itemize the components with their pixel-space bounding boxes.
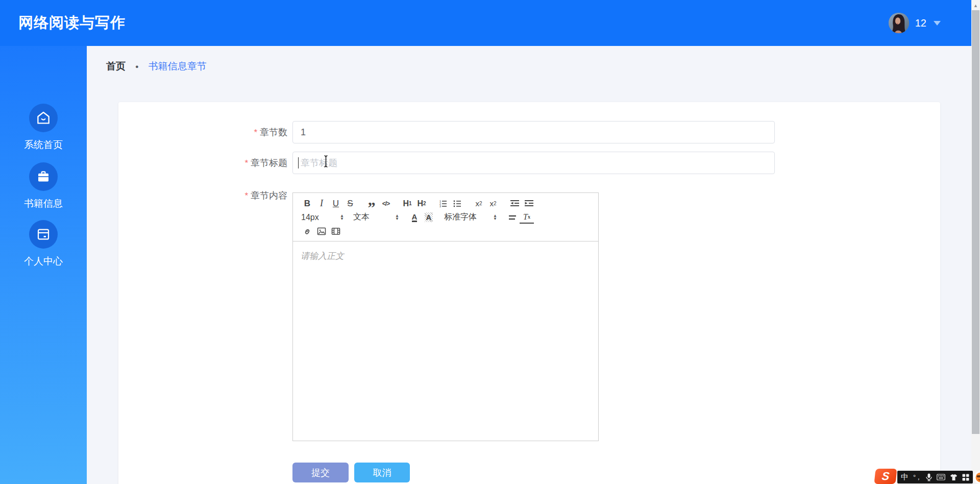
line-height-icon[interactable] [505, 211, 520, 224]
svg-text:3: 3 [439, 205, 441, 208]
username-badge: 12 [915, 17, 926, 29]
ime-punctuation[interactable]: °， [913, 473, 921, 482]
picker-arrows-icon: ▲▼ [493, 214, 497, 221]
main-content: 首页 ● 书籍信息章节 *章节数 *章节标题 *章节内容 [87, 46, 971, 484]
blockquote-button[interactable]: ” [364, 197, 379, 210]
avatar-photo [889, 13, 909, 33]
breadcrumb-separator: ● [135, 63, 139, 69]
indent-icon[interactable] [522, 197, 536, 210]
sidebar-item-label: 系统首页 [24, 138, 63, 152]
picker-arrows-icon: ▲▼ [340, 214, 344, 221]
background-color-button[interactable]: A [425, 212, 433, 222]
app-header: 网络阅读与写作 12 [0, 0, 971, 46]
ordered-list-icon[interactable]: 1 2 3 [436, 197, 450, 210]
editor-toolbar: B I U S ” </> H1 H2 [293, 193, 598, 241]
user-avatar[interactable] [889, 13, 909, 33]
heading2-button[interactable]: H2 [414, 197, 429, 210]
font-family-picker[interactable]: 标准字体 ▲▼ [443, 211, 498, 224]
chapter-number-input[interactable] [292, 121, 775, 143]
picker-arrows-icon: ▲▼ [395, 214, 399, 221]
clear-format-button[interactable]: Tx [520, 211, 534, 224]
outdent-icon[interactable] [507, 197, 522, 210]
editor-placeholder: 请输入正文 [301, 250, 344, 262]
video-icon[interactable] [329, 225, 343, 237]
text-caret [298, 157, 299, 168]
keyboard-icon[interactable] [937, 474, 945, 480]
sidebar-item-label: 书籍信息 [24, 197, 63, 210]
underline-button[interactable]: U [329, 197, 343, 210]
chapter-number-label: *章节数 [118, 121, 287, 144]
cancel-button[interactable]: 取消 [354, 463, 410, 482]
heading1-button[interactable]: H1 [400, 197, 414, 210]
app-title: 网络阅读与写作 [18, 13, 126, 33]
bullet-list-icon[interactable] [450, 197, 464, 210]
toolbox-grid-icon[interactable] [962, 474, 969, 481]
chapter-content-row: *章节内容 [118, 189, 287, 203]
image-icon[interactable] [314, 225, 329, 237]
ime-toolbar: S 中 °， [875, 468, 980, 484]
superscript-button[interactable]: x2 [486, 197, 500, 210]
chapter-title-row: *章节标题 [118, 152, 775, 175]
wallet-icon [36, 227, 51, 242]
sidebar-item-profile[interactable]: 个人中心 [0, 220, 87, 268]
sidebar-nav: 系统首页 书籍信息 个人中心 [0, 46, 87, 484]
code-block-button[interactable]: </> [379, 197, 393, 210]
scrollbar-thumb[interactable] [972, 10, 979, 434]
editor-content-area[interactable]: 请输入正文 [293, 241, 598, 446]
breadcrumb: 首页 ● 书籍信息章节 [106, 60, 207, 73]
strikethrough-button[interactable]: S [343, 197, 357, 210]
home-icon [36, 110, 51, 126]
briefcase-icon [36, 169, 51, 184]
text-color-button[interactable]: A [412, 213, 418, 222]
chapter-number-row: *章节数 [118, 121, 775, 144]
italic-button[interactable]: I [314, 197, 329, 210]
breadcrumb-current[interactable]: 书籍信息章节 [149, 60, 207, 73]
chapter-title-label: *章节标题 [118, 152, 287, 175]
mouse-ibeam-cursor [323, 155, 329, 170]
user-menu[interactable]: 12 [889, 0, 941, 46]
form-card: *章节数 *章节标题 *章节内容 [118, 102, 940, 484]
link-icon[interactable] [300, 225, 314, 237]
skin-icon[interactable] [950, 474, 958, 481]
subscript-button[interactable]: x2 [472, 197, 486, 210]
chapter-title-input[interactable] [292, 152, 775, 174]
font-size-picker[interactable]: 14px ▲▼ [300, 211, 345, 224]
required-asterisk: * [254, 128, 257, 137]
required-asterisk: * [244, 191, 248, 201]
sidebar-item-label: 个人中心 [24, 255, 63, 268]
sidebar-item-home[interactable]: 系统首页 [0, 104, 87, 152]
sidebar-item-books[interactable]: 书籍信息 [0, 162, 87, 210]
sogou-logo-icon[interactable]: S [874, 469, 897, 484]
scrollbar-up-arrow[interactable]: ▲ [971, 2, 980, 9]
page-scrollbar[interactable]: ▲ [971, 0, 980, 484]
ime-emoji-icon[interactable] [974, 471, 980, 484]
ime-mode-chinese[interactable]: 中 [901, 472, 909, 482]
rich-text-editor: B I U S ” </> H1 H2 [292, 192, 599, 441]
required-asterisk: * [244, 158, 248, 168]
microphone-icon[interactable] [926, 473, 932, 481]
bold-button[interactable]: B [300, 197, 314, 210]
chapter-content-label: *章节内容 [118, 189, 287, 203]
breadcrumb-home[interactable]: 首页 [106, 60, 126, 73]
paragraph-format-picker[interactable]: 文本 ▲▼ [352, 211, 400, 224]
chevron-down-icon[interactable] [934, 21, 941, 26]
submit-button[interactable]: 提交 [292, 463, 349, 482]
